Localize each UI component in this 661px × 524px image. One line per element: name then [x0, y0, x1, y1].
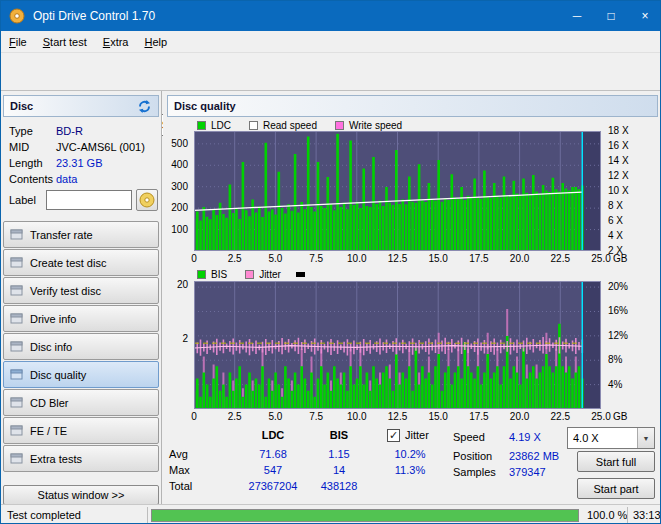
- field-mid: MID JVC-AMS6L (001): [9, 141, 159, 157]
- jitter-checkbox[interactable]: [387, 429, 400, 442]
- write-label-button[interactable]: [136, 189, 158, 211]
- menu-file[interactable]: File: [1, 33, 35, 51]
- disc-quality-icon: [10, 368, 23, 381]
- label-input[interactable]: [46, 190, 132, 210]
- app-disc-icon: [9, 8, 25, 24]
- ldc-legend-label: LDC: [211, 120, 231, 131]
- x-axis-label: 2.5: [220, 411, 250, 422]
- sidebar-item-label: Verify test disc: [30, 285, 101, 297]
- x-axis-label: 12.5: [383, 411, 413, 422]
- toolbar: Drive (H:) ATAPI iHBS112 2 CL0K ▼ Speed …: [1, 53, 661, 91]
- jitter-checkbox-label[interactable]: Jitter: [405, 429, 429, 444]
- ldc-chart: [194, 131, 601, 251]
- verify-test-disc-icon: [10, 284, 23, 297]
- length-label: Length: [9, 157, 43, 169]
- menu-help[interactable]: Help: [136, 33, 175, 51]
- x-axis-label: 22.5: [545, 411, 575, 422]
- cd-bler-icon: [10, 396, 23, 409]
- refresh-disc-icon[interactable]: [137, 99, 152, 114]
- x-axis-label: 2.5: [220, 253, 250, 264]
- y-axis-label: 18 X: [608, 125, 629, 136]
- sidebar: Disc Type BD-R MID JVC-AMS6L (001) Lengt…: [1, 91, 162, 504]
- close-button[interactable]: ×: [628, 1, 661, 31]
- type-value: BD-R: [56, 125, 83, 137]
- contents-value[interactable]: data: [56, 173, 77, 185]
- y-axis-label: 400: [163, 159, 188, 170]
- menu-extra[interactable]: Extra: [95, 33, 137, 51]
- minimize-button[interactable]: ─: [560, 1, 594, 31]
- ldc-chart-y-left-axis: 500400300200100: [163, 131, 191, 251]
- sidebar-item-fe-te[interactable]: FE / TE: [3, 417, 159, 444]
- sidebar-item-label: Disc info: [30, 341, 72, 353]
- bis-legend-label: BIS: [211, 269, 227, 280]
- bottom-chart-legend: BIS Jitter: [197, 269, 305, 280]
- menu-bar: File Start test Extra Help: [1, 31, 661, 53]
- x-axis-label: 15.0: [423, 411, 453, 422]
- drive-info-icon: [10, 312, 23, 325]
- status-window-button[interactable]: Status window >>: [3, 485, 159, 505]
- x-axis-label: 20.0: [505, 253, 535, 264]
- field-contents: Contents data: [9, 173, 159, 189]
- read-speed-swatch: [249, 121, 258, 130]
- x-axis-label: 5.0: [260, 253, 290, 264]
- sidebar-item-label: CD Bler: [30, 397, 69, 409]
- extra-tests-icon: [10, 452, 23, 465]
- x-axis-label: 22.5: [545, 253, 575, 264]
- avg-row-label: Avg: [169, 448, 188, 463]
- sidebar-item-label: Drive info: [30, 313, 76, 325]
- sidebar-item-extra-tests[interactable]: Extra tests: [3, 445, 159, 472]
- sidebar-item-create-test-disc[interactable]: Create test disc: [3, 249, 159, 276]
- y-axis-label: 500: [163, 138, 188, 149]
- y-axis-label: 10 X: [608, 185, 629, 196]
- sidebar-item-label: Create test disc: [30, 257, 106, 269]
- y-axis-label: 2: [163, 333, 188, 344]
- bis-chart-y-left-axis: 202: [163, 281, 191, 409]
- jitter-swatch: [245, 270, 254, 279]
- mid-value: JVC-AMS6L (001): [56, 141, 145, 153]
- y-axis-label: 12%: [608, 330, 628, 341]
- legend-marker: [296, 272, 305, 277]
- avg-ldc-value: 71.68: [229, 448, 317, 463]
- sidebar-item-disc-info[interactable]: Disc info: [3, 333, 159, 360]
- samples-value: 379347: [509, 466, 546, 481]
- app-window: Opti Drive Control 1.70 ─ □ × File Start…: [0, 0, 661, 524]
- avg-bis-value: 1.15: [311, 448, 367, 463]
- bis-swatch: [197, 270, 206, 279]
- menu-start-test[interactable]: Start test: [35, 33, 95, 51]
- chevron-down-icon[interactable]: ▼: [637, 428, 654, 448]
- sidebar-item-label: Extra tests: [30, 453, 82, 465]
- disc-label-icon: [139, 192, 155, 208]
- status-bar: Test completed 100.0 % 33:13: [1, 504, 661, 524]
- bis-jitter-chart-plot: [194, 281, 601, 409]
- start-full-button[interactable]: Start full: [577, 451, 655, 472]
- start-part-button[interactable]: Start part: [577, 478, 655, 499]
- x-axis-label: 20.0: [505, 411, 535, 422]
- y-axis-label: 4%: [608, 379, 622, 390]
- y-axis-label: 16%: [608, 305, 628, 316]
- sidebar-item-transfer-rate[interactable]: Transfer rate: [3, 221, 159, 248]
- x-axis-label: 25.0: [586, 253, 616, 264]
- maximize-button[interactable]: □: [594, 1, 628, 31]
- total-bis-value: 438128: [311, 480, 367, 495]
- fe-te-icon: [10, 424, 23, 437]
- quality-speed-select[interactable]: 4.0 X ▼: [567, 427, 655, 449]
- write-speed-swatch: [335, 121, 344, 130]
- progress-fill: [152, 510, 578, 521]
- total-row-label: Total: [169, 480, 192, 495]
- sidebar-item-verify-test-disc[interactable]: Verify test disc: [3, 277, 159, 304]
- max-jitter-value: 11.3%: [381, 464, 439, 479]
- max-bis-value: 14: [311, 464, 367, 479]
- field-type: Type BD-R: [9, 125, 159, 141]
- status-text: Test completed: [7, 509, 81, 521]
- ldc-chart-plot: [194, 131, 601, 251]
- y-axis-label: 300: [163, 181, 188, 192]
- sidebar-item-label: Transfer rate: [30, 229, 93, 241]
- y-axis-label: 16 X: [608, 140, 629, 151]
- speed-stat-label: Speed: [453, 431, 485, 446]
- sidebar-item-disc-quality[interactable]: Disc quality: [3, 361, 159, 388]
- ldc-chart-x-axis: 02.55.07.510.012.515.017.520.022.525.0GB: [194, 253, 661, 266]
- x-axis-label: 5.0: [260, 411, 290, 422]
- sidebar-item-cd-bler[interactable]: CD Bler: [3, 389, 159, 416]
- sidebar-item-drive-info[interactable]: Drive info: [3, 305, 159, 332]
- disc-quality-header: Disc quality: [167, 95, 658, 117]
